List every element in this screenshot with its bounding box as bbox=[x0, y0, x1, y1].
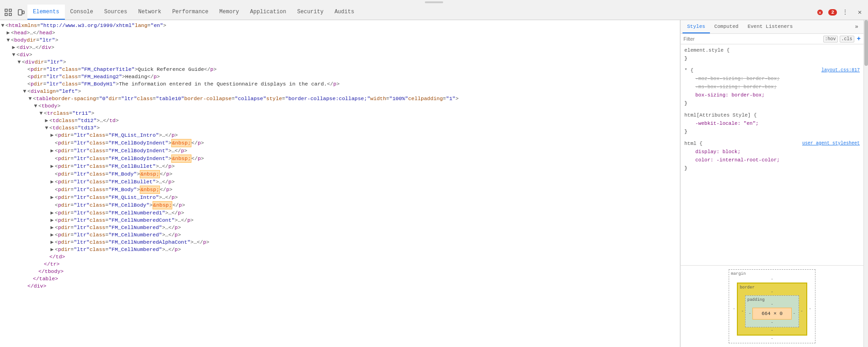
dom-toggle[interactable]: ▼ bbox=[27, 95, 33, 102]
dom-toggle[interactable] bbox=[44, 253, 49, 261]
dom-line[interactable]: ▼<div> bbox=[0, 51, 680, 59]
tab-network[interactable]: Network bbox=[132, 5, 166, 20]
dom-toggle[interactable]: ▶ bbox=[49, 246, 55, 253]
dom-line[interactable]: ▶<p dir="ltr" class="FM_CellBullet">…</p… bbox=[0, 178, 680, 186]
dom-toggle[interactable] bbox=[22, 80, 27, 88]
dom-line[interactable]: ▼<tbody> bbox=[0, 102, 680, 110]
style-source[interactable]: layout.css:817 bbox=[821, 66, 860, 75]
dom-line[interactable]: <p dir="ltr" class="FM_CellBodyIndent">&… bbox=[0, 139, 680, 147]
dom-toggle[interactable] bbox=[27, 275, 33, 283]
dom-line[interactable]: <p dir="ltr" class="FM_CellBodyIndent">&… bbox=[0, 155, 680, 163]
dom-toggle[interactable]: ▶ bbox=[49, 194, 55, 201]
scrollbar-thumb bbox=[864, 20, 868, 66]
dom-toggle[interactable] bbox=[49, 139, 55, 147]
add-style-icon[interactable]: + bbox=[857, 35, 861, 43]
dom-panel[interactable]: ▼<html xmlns="http://www.w3.org/1999/xht… bbox=[0, 20, 680, 347]
dom-toggle[interactable]: ▶ bbox=[49, 147, 55, 155]
dom-toggle[interactable]: ▶ bbox=[11, 44, 16, 51]
dom-line[interactable]: ▶<p dir="ltr" class="FM_CellBodyIndent">… bbox=[0, 147, 680, 155]
dom-toggle[interactable]: ▼ bbox=[33, 102, 38, 110]
dom-line[interactable]: </div> bbox=[0, 283, 680, 290]
right-scrollbar[interactable] bbox=[863, 20, 868, 347]
tab-performance[interactable]: Performance bbox=[167, 5, 214, 20]
dom-toggle[interactable] bbox=[49, 171, 55, 178]
dom-line[interactable]: ▶<p dir="ltr" class="FM_QList_Intro">…</… bbox=[0, 194, 680, 201]
tab-event-listeners[interactable]: Event Listeners bbox=[743, 20, 797, 33]
dom-line[interactable]: <p dir="ltr" class="FM_Body">&nbsp;</p> bbox=[0, 186, 680, 194]
tab-computed[interactable]: Computed bbox=[710, 20, 743, 33]
dom-line[interactable]: <p dir="ltr" class="FM_ChapterTitle">Qui… bbox=[0, 66, 680, 73]
tab-styles[interactable]: Styles bbox=[683, 20, 710, 33]
dom-line[interactable]: ▼<div dir="ltr"> bbox=[0, 59, 680, 66]
dom-toggle[interactable]: ▶ bbox=[49, 217, 55, 224]
more-options-icon[interactable]: ⋮ bbox=[839, 6, 852, 19]
tab-console[interactable]: Console bbox=[65, 5, 99, 20]
dom-line[interactable]: </td> bbox=[0, 253, 680, 261]
dom-toggle[interactable] bbox=[49, 186, 55, 193]
dom-toggle[interactable]: ▶ bbox=[49, 132, 55, 139]
style-source[interactable]: user agent stylesheet bbox=[802, 139, 860, 148]
dom-toggle[interactable]: ▶ bbox=[44, 117, 49, 124]
dom-toggle[interactable]: ▼ bbox=[5, 37, 11, 44]
dom-toggle[interactable]: ▶ bbox=[49, 209, 55, 217]
tab-application[interactable]: Application bbox=[244, 5, 291, 20]
dom-toggle[interactable]: ▼ bbox=[11, 51, 16, 59]
dom-toggle[interactable]: ▼ bbox=[44, 124, 49, 132]
dom-line[interactable]: <p dir="ltr" class="FM_CellBody">&nbsp;<… bbox=[0, 201, 680, 209]
dom-toggle[interactable]: ▶ bbox=[49, 239, 55, 246]
dom-line[interactable]: ▶<p dir="ltr" class="FM_CellNumberedAlph… bbox=[0, 239, 680, 246]
tab-sources[interactable]: Sources bbox=[99, 5, 132, 20]
filter-input[interactable] bbox=[683, 36, 820, 42]
inspect-icon[interactable] bbox=[2, 6, 15, 19]
dom-line[interactable]: ▼<body dir="ltr"> bbox=[0, 37, 680, 44]
dom-line[interactable]: ▶<p dir="ltr" class="FM_CellBullet">…</p… bbox=[0, 163, 680, 170]
dom-line[interactable]: ▼<html xmlns="http://www.w3.org/1999/xht… bbox=[0, 22, 680, 29]
dom-line[interactable]: ▼<tr class="tr11"> bbox=[0, 110, 680, 117]
tab-security[interactable]: Security bbox=[292, 5, 329, 20]
dom-toggle[interactable]: ▶ bbox=[49, 224, 55, 231]
dom-line[interactable]: ▶<div>…</div> bbox=[0, 44, 680, 51]
filter-hov[interactable]: :hov bbox=[823, 36, 838, 43]
dom-line[interactable]: ▶<head>…</head> bbox=[0, 29, 680, 37]
dom-toggle[interactable]: ▼ bbox=[22, 88, 27, 95]
dom-line[interactable]: </table> bbox=[0, 275, 680, 283]
dom-toggle[interactable] bbox=[33, 268, 38, 275]
dom-toggle[interactable] bbox=[22, 283, 27, 290]
dom-line[interactable]: ▼<td class="td13"> bbox=[0, 124, 680, 132]
dom-line[interactable]: ▶<td class="td12">…</td> bbox=[0, 117, 680, 124]
dom-line[interactable]: ▶<p dir="ltr" class="FM_CellNumbered">…<… bbox=[0, 246, 680, 253]
dom-line[interactable]: ▶<p dir="ltr" class="FM_CellNumbered">…<… bbox=[0, 231, 680, 239]
close-devtools-icon[interactable]: ✕ bbox=[853, 6, 866, 19]
dom-toggle[interactable]: ▶ bbox=[5, 29, 11, 37]
dom-toggle[interactable]: ▶ bbox=[49, 178, 55, 186]
close-errors-icon[interactable]: ✕ bbox=[814, 6, 826, 19]
dom-line[interactable]: <p dir="ltr" class="FM_Heading2">Heading… bbox=[0, 73, 680, 80]
dom-line[interactable]: ▼<div align="left"> bbox=[0, 88, 680, 95]
dom-line[interactable]: ▶<p dir="ltr" class="FM_CellNumbered">…<… bbox=[0, 224, 680, 231]
filter-cls[interactable]: .cls bbox=[840, 36, 854, 43]
tab-elements[interactable]: Elements bbox=[27, 5, 65, 20]
dom-line[interactable]: </tr> bbox=[0, 261, 680, 268]
dom-line[interactable]: ▶<p dir="ltr" class="FM_QList_Intro">…</… bbox=[0, 132, 680, 139]
dom-toggle[interactable] bbox=[22, 73, 27, 80]
dom-toggle[interactable] bbox=[22, 66, 27, 73]
styles-more-icon[interactable]: » bbox=[852, 22, 862, 32]
dom-line[interactable]: ▶<p dir="ltr" class="FM_CellNumberedCont… bbox=[0, 217, 680, 224]
tab-audits[interactable]: Audits bbox=[329, 5, 360, 20]
dom-toggle[interactable]: ▼ bbox=[16, 59, 22, 66]
dom-line[interactable]: </tbody> bbox=[0, 268, 680, 275]
dom-line[interactable]: ▶<p dir="ltr" class="FM_CellNumbered1">…… bbox=[0, 209, 680, 217]
tab-memory[interactable]: Memory bbox=[214, 5, 244, 20]
dom-toggle[interactable] bbox=[38, 261, 44, 268]
dom-toggle[interactable]: ▼ bbox=[38, 110, 44, 117]
drag-bar[interactable] bbox=[0, 0, 868, 5]
dom-line[interactable]: ▼<table border-spacing="0" dir="ltr" cla… bbox=[0, 95, 680, 102]
dom-line[interactable]: <p dir="ltr" class="FM_BodyH1">The infor… bbox=[0, 80, 680, 88]
dom-toggle[interactable]: ▼ bbox=[0, 22, 5, 29]
device-toggle-icon[interactable] bbox=[15, 6, 27, 19]
dom-toggle[interactable] bbox=[49, 155, 55, 162]
dom-line[interactable]: <p dir="ltr" class="FM_Body">&nbsp;</p> bbox=[0, 170, 680, 178]
dom-toggle[interactable] bbox=[49, 202, 55, 209]
dom-toggle[interactable]: ▶ bbox=[49, 163, 55, 170]
dom-toggle[interactable]: ▶ bbox=[49, 231, 55, 239]
